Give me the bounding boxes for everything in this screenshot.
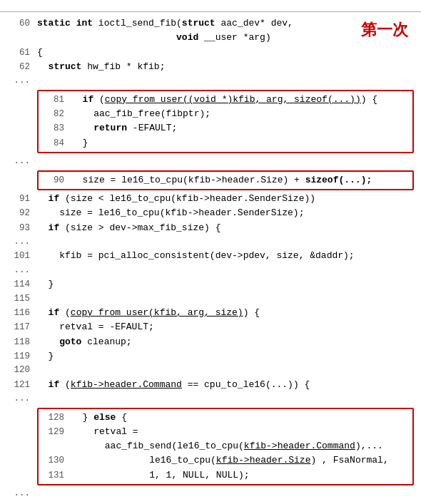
line-num: 60 [7, 17, 30, 31]
line-num: 101 [7, 250, 30, 263]
line-num: 81 [41, 93, 64, 107]
code-text: le16_to_cpu(kfib->header.Size) , FsaNorm… [71, 453, 410, 468]
line-num: 90 [41, 174, 64, 187]
line-num: 83 [41, 122, 64, 135]
code-text: return -EFAULT; [71, 121, 410, 135]
annotation-first: 第一次 [361, 19, 408, 41]
line-num: 128 [41, 411, 64, 425]
code-text: } [37, 501, 414, 504]
line-num: 121 [7, 379, 30, 392]
line-num: 115 [7, 292, 30, 306]
top-separator [0, 11, 421, 12]
code-line-129b: aac_fib_send(le16_to_cpu(kfib->header.Co… [41, 439, 410, 453]
code-text: } [37, 277, 414, 292]
code-line-dots4: ... [7, 264, 414, 277]
code-line-118: 118 goto cleanup; [7, 335, 414, 349]
code-text: if (kfib->header.Command == cpu_to_le16(… [37, 378, 414, 392]
line-num: 131 [41, 469, 64, 483]
code-line-93: 93 if (size > dev->max_fib_size) { [7, 221, 414, 235]
code-text: size = le16_to_cpu(kfib->header.Size) + … [71, 173, 410, 187]
code-line-121: 121 if (kfib->header.Command == cpu_to_l… [7, 378, 414, 392]
code-line-83: 83 return -EFAULT; [41, 121, 410, 135]
code-line-139: 139 } [7, 501, 414, 504]
code-line-62: 62 struct hw_fib * kfib; [7, 60, 414, 74]
line-num: 91 [7, 192, 30, 206]
line-num: 139 [7, 502, 30, 504]
code-line-101: 101 kfib = pci_alloc_consistent(dev->pde… [7, 249, 414, 263]
code-text: if (copy_from_user((void *)kfib, arg, si… [71, 93, 410, 107]
code-line-114: 114 } [7, 277, 414, 292]
code-line-129: 129 retval = [41, 425, 410, 439]
code-line-dots6: ... [7, 487, 414, 500]
line-num: 61 [7, 46, 30, 60]
code-line-60b: void __user *arg) [7, 31, 414, 45]
code-line-130: 130 le16_to_cpu(kfib->header.Size) , Fsa… [41, 453, 410, 468]
line-num: ... [7, 155, 30, 168]
line-num: 62 [7, 61, 30, 74]
code-line-dots1: ... [7, 74, 414, 88]
code-text: } [71, 136, 410, 150]
code-text: aac_fib_send(le16_to_cpu(kfib->header.Co… [71, 439, 410, 453]
code-line-92: 92 size = le16_to_cpu(kfib->header.Sende… [7, 206, 414, 220]
code-text: void __user *arg) [37, 31, 414, 45]
code-text: if (size < le16_to_cpu(kfib->header.Send… [37, 192, 414, 206]
line-num: 129 [41, 426, 64, 439]
code-line-84: 84 } [41, 136, 410, 150]
code-text: } [37, 349, 414, 364]
line-num: 84 [41, 137, 64, 150]
code-line-115: 115 [7, 292, 414, 306]
code-text: { [37, 46, 414, 60]
highlight-box-3: 128 } else { 129 retval = aac_fib_send(l… [37, 408, 414, 486]
code-text: aac_fib_free(fibptr); [71, 107, 410, 121]
code-text: retval = [71, 425, 410, 439]
page-wrapper: 第一次 60 static int ioctl_send_fib(struct … [0, 11, 421, 504]
code-line-116: 116 if (copy_from_user(kfib, arg, size))… [7, 306, 414, 320]
code-line-82: 82 aac_fib_free(fibptr); [41, 107, 410, 121]
code-line-61: 61 { [7, 46, 414, 60]
code-container: 第一次 60 static int ioctl_send_fib(struct … [0, 16, 421, 504]
code-text: if (copy_from_user(kfib, arg, size)) { [37, 306, 414, 320]
line-num: ... [7, 392, 30, 406]
line-num: 118 [7, 336, 30, 349]
code-line-dots5: ... [7, 392, 414, 406]
code-text: static int ioctl_send_fib(struct aac_dev… [37, 16, 414, 31]
line-num: 93 [7, 222, 30, 235]
code-line-91: 91 if (size < le16_to_cpu(kfib->header.S… [7, 192, 414, 206]
line-num: ... [7, 487, 30, 500]
line-num: ... [7, 264, 30, 277]
line-num: 120 [7, 364, 30, 377]
highlight-box-1: 81 if (copy_from_user((void *)kfib, arg,… [37, 90, 414, 154]
code-line-81: 81 if (copy_from_user((void *)kfib, arg,… [41, 93, 410, 107]
line-num: 117 [7, 321, 30, 334]
line-num: 130 [41, 454, 64, 468]
code-line-119: 119 } [7, 349, 414, 364]
code-text: goto cleanup; [37, 335, 414, 349]
code-text: 1, 1, NULL, NULL); [71, 468, 410, 483]
code-line-131: 131 1, 1, NULL, NULL); [41, 468, 410, 483]
code-text: } else { [71, 411, 410, 425]
code-text: struct hw_fib * kfib; [37, 60, 414, 74]
code-line-117: 117 retval = -EFAULT; [7, 320, 414, 334]
line-num: 92 [7, 207, 30, 220]
line-num: ... [7, 74, 30, 88]
code-line-120: 120 [7, 364, 414, 377]
code-line-dots3: ... [7, 235, 414, 249]
code-text: retval = -EFAULT; [37, 320, 414, 334]
code-text: if (size > dev->max_fib_size) { [37, 221, 414, 235]
code-line-60: 60 static int ioctl_send_fib(struct aac_… [7, 16, 414, 31]
highlight-box-2: 90 size = le16_to_cpu(kfib->header.Size)… [37, 170, 414, 190]
line-num: 116 [7, 307, 30, 320]
code-line-dots2: ... [7, 155, 414, 168]
code-text: size = le16_to_cpu(kfib->header.SenderSi… [37, 206, 414, 220]
code-line-90: 90 size = le16_to_cpu(kfib->header.Size)… [41, 173, 410, 187]
line-num: 82 [41, 108, 64, 121]
line-num: 114 [7, 278, 30, 292]
line-num: 119 [7, 350, 30, 364]
line-num: ... [7, 235, 30, 249]
code-line-128: 128 } else { [41, 411, 410, 425]
code-text: kfib = pci_alloc_consistent(dev->pdev, s… [37, 249, 414, 263]
